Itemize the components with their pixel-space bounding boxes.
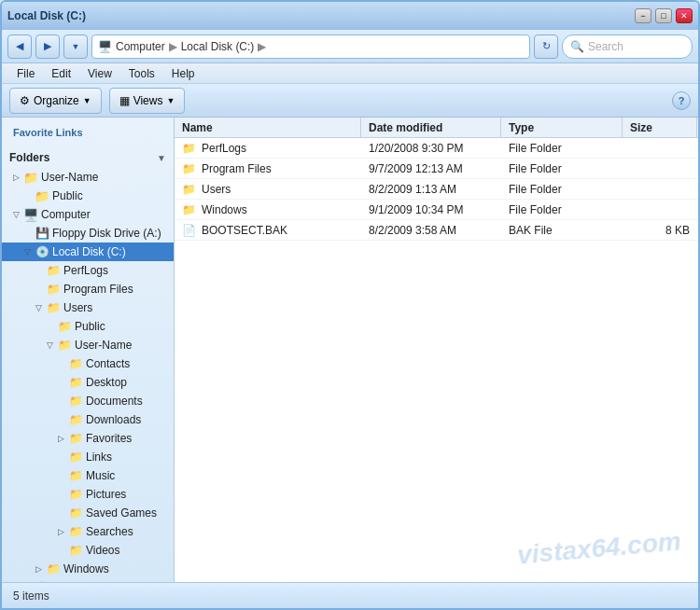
sidebar: Favorite Links Folders ▼ ▷ 📁 User-Name 📁… bbox=[2, 118, 175, 582]
file-name: Program Files bbox=[202, 162, 272, 175]
help-button[interactable]: ? bbox=[672, 91, 691, 110]
file-date-cell: 8/2/2009 3:58 AM bbox=[361, 220, 501, 240]
file-name: Windows bbox=[202, 203, 247, 216]
expand-username: ▷ bbox=[9, 173, 22, 182]
label-pictures: Pictures bbox=[86, 488, 126, 501]
file-date-cell: 9/1/2009 10:34 PM bbox=[361, 200, 501, 219]
label-music: Music bbox=[86, 469, 115, 482]
tree-item-username[interactable]: ▷ 📁 User-Name bbox=[2, 168, 174, 187]
icon-favorites: 📁 bbox=[67, 431, 84, 446]
icon-desktop: 📁 bbox=[67, 375, 84, 390]
label-username: User-Name bbox=[41, 171, 98, 184]
forward-button[interactable]: ▶ bbox=[35, 35, 60, 59]
file-name: PerfLogs bbox=[202, 142, 246, 155]
file-list-header: Name Date modified Type Size bbox=[175, 118, 698, 138]
expand-username2: ▽ bbox=[43, 340, 56, 350]
label-windows: Windows bbox=[63, 562, 109, 575]
views-label: Views bbox=[133, 94, 163, 107]
tree-item-searches[interactable]: ▷ 📁 Searches bbox=[2, 522, 174, 541]
label-documents: Documents bbox=[86, 395, 143, 408]
refresh-button[interactable]: ↻ bbox=[534, 35, 558, 59]
tree-item-perflogs[interactable]: 📁 PerfLogs bbox=[2, 261, 174, 280]
close-button[interactable]: ✕ bbox=[676, 8, 693, 23]
label-public: Public bbox=[52, 189, 83, 202]
maximize-button[interactable]: □ bbox=[655, 8, 672, 23]
tree-item-downloads[interactable]: 📁 Downloads bbox=[2, 410, 174, 429]
menu-edit[interactable]: Edit bbox=[44, 65, 78, 82]
tree-item-public[interactable]: 📁 Public bbox=[2, 187, 174, 205]
label-searches: Searches bbox=[86, 525, 133, 538]
tree-item-public2[interactable]: 📁 Public bbox=[2, 317, 174, 336]
minimize-button[interactable]: − bbox=[635, 8, 651, 23]
tree-item-username2[interactable]: ▽ 📁 User-Name bbox=[2, 336, 174, 354]
menu-bar: File Edit View Tools Help bbox=[2, 63, 698, 84]
icon-username2: 📁 bbox=[56, 338, 73, 353]
file-icon: 📁 bbox=[182, 183, 196, 196]
tree-item-savedgames[interactable]: 📁 Saved Games bbox=[2, 504, 174, 522]
tree-item-documents[interactable]: 📁 Documents bbox=[2, 392, 174, 410]
icon-computer: 🖥️ bbox=[22, 207, 39, 222]
breadcrumb-computer[interactable]: Computer bbox=[116, 40, 165, 53]
folders-header[interactable]: Folders ▼ bbox=[2, 147, 174, 168]
tree-item-floppy[interactable]: 💾 Floppy Disk Drive (A:) bbox=[2, 224, 174, 243]
tree-item-computer[interactable]: ▽ 🖥️ Computer bbox=[2, 205, 174, 224]
menu-file[interactable]: File bbox=[9, 65, 42, 82]
tree-item-music[interactable]: 📁 Music bbox=[2, 466, 174, 485]
menu-help[interactable]: Help bbox=[164, 65, 203, 82]
organize-label: Organize bbox=[34, 94, 79, 107]
breadcrumb[interactable]: 🖥️ Computer ▶ Local Disk (C:) ▶ bbox=[91, 35, 530, 59]
tree-item-windows[interactable]: ▷ 📁 Windows bbox=[2, 560, 174, 578]
folders-label: Folders bbox=[9, 151, 49, 164]
file-icon: 📁 bbox=[182, 203, 196, 216]
col-header-size[interactable]: Size bbox=[623, 118, 697, 137]
icon-documents: 📁 bbox=[67, 394, 84, 409]
organize-button[interactable]: ⚙ Organize ▼ bbox=[9, 88, 102, 114]
table-row[interactable]: 📁 Users 8/2/2009 1:13 AM File Folder bbox=[175, 179, 698, 200]
icon-public2: 📁 bbox=[56, 319, 73, 334]
icon-windows: 📁 bbox=[45, 561, 62, 576]
tree-item-users[interactable]: ▽ 📁 Users bbox=[2, 298, 174, 317]
file-icon: 📁 bbox=[182, 142, 196, 155]
file-name-cell: 📁 PerfLogs bbox=[175, 138, 361, 158]
col-header-type[interactable]: Type bbox=[501, 118, 623, 137]
search-box[interactable]: 🔍 Search bbox=[562, 35, 693, 59]
tree-item-programfiles[interactable]: 📁 Program Files bbox=[2, 280, 174, 298]
back-button[interactable]: ◀ bbox=[7, 35, 32, 59]
table-row[interactable]: 📁 Program Files 9/7/2009 12:13 AM File F… bbox=[175, 159, 698, 179]
table-row[interactable]: 📁 Windows 9/1/2009 10:34 PM File Folder bbox=[175, 200, 698, 220]
toolbar: ⚙ Organize ▼ ▦ Views ▼ ? bbox=[2, 84, 698, 118]
col-header-name[interactable]: Name bbox=[175, 118, 361, 137]
file-type-cell: File Folder bbox=[501, 138, 623, 158]
table-row[interactable]: 📁 PerfLogs 1/20/2008 9:30 PM File Folder bbox=[175, 138, 698, 159]
label-localc: Local Disk (C:) bbox=[52, 245, 126, 258]
tree-item-favorites[interactable]: ▷ 📁 Favorites bbox=[2, 429, 174, 448]
tree-item-contacts[interactable]: 📁 Contacts bbox=[2, 354, 174, 373]
tree-item-links[interactable]: 📁 Links bbox=[2, 448, 174, 466]
label-perflogs: PerfLogs bbox=[63, 264, 108, 277]
col-header-date[interactable]: Date modified bbox=[361, 118, 501, 137]
label-downloads: Downloads bbox=[86, 413, 141, 426]
file-name: BOOTSECT.BAK bbox=[202, 224, 287, 237]
views-button[interactable]: ▦ Views ▼ bbox=[109, 88, 186, 114]
file-size-cell: 8 KB bbox=[623, 220, 697, 240]
file-name-cell: 📄 BOOTSECT.BAK bbox=[175, 220, 361, 240]
file-size-cell bbox=[623, 200, 697, 219]
file-name-cell: 📁 Program Files bbox=[175, 159, 361, 178]
dropdown-button[interactable]: ▼ bbox=[63, 35, 88, 59]
breadcrumb-disk[interactable]: Local Disk (C:) bbox=[181, 40, 255, 53]
icon-programfiles: 📁 bbox=[45, 282, 62, 297]
menu-tools[interactable]: Tools bbox=[121, 65, 162, 82]
table-row[interactable]: 📄 BOOTSECT.BAK 8/2/2009 3:58 AM BAK File… bbox=[175, 220, 698, 241]
label-favorites: Favorites bbox=[86, 432, 132, 445]
views-icon: ▦ bbox=[119, 94, 130, 107]
file-type-cell: File Folder bbox=[501, 200, 623, 219]
expand-windows: ▷ bbox=[32, 564, 45, 574]
icon-links: 📁 bbox=[67, 450, 84, 464]
menu-view[interactable]: View bbox=[80, 65, 119, 82]
tree-item-pictures[interactable]: 📁 Pictures bbox=[2, 485, 174, 504]
tree-item-desktop[interactable]: 📁 Desktop bbox=[2, 373, 174, 392]
icon-perflogs: 📁 bbox=[45, 263, 62, 278]
tree-item-videos[interactable]: 📁 Videos bbox=[2, 541, 174, 560]
tree-item-localc[interactable]: ▽ 💿 Local Disk (C:) bbox=[2, 243, 174, 261]
label-programfiles: Program Files bbox=[63, 283, 133, 296]
